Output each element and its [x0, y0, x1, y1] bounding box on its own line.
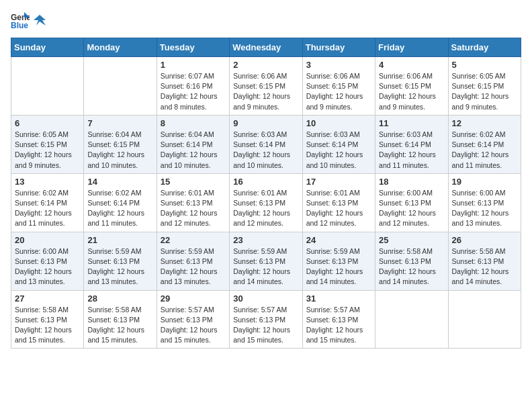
day-info: Sunrise: 6:04 AMSunset: 6:15 PMDaylight:…: [87, 130, 152, 171]
calendar-cell: 10Sunrise: 6:03 AMSunset: 6:14 PMDayligh…: [302, 115, 375, 173]
day-number: 9: [233, 118, 298, 128]
calendar-cell: [84, 57, 157, 116]
calendar-cell: 11Sunrise: 6:03 AMSunset: 6:14 PMDayligh…: [375, 115, 448, 173]
column-header-wednesday: Wednesday: [230, 38, 302, 57]
day-number: 25: [379, 235, 444, 245]
day-info: Sunrise: 6:03 AMSunset: 6:14 PMDaylight:…: [306, 130, 371, 171]
day-info: Sunrise: 6:03 AMSunset: 6:14 PMDaylight:…: [379, 130, 444, 171]
calendar-cell: 30Sunrise: 5:57 AMSunset: 6:13 PMDayligh…: [230, 290, 302, 349]
day-number: 17: [306, 177, 371, 187]
calendar-week-row: 27Sunrise: 5:58 AMSunset: 6:13 PMDayligh…: [11, 290, 521, 349]
day-info: Sunrise: 5:58 AMSunset: 6:13 PMDaylight:…: [452, 246, 517, 287]
calendar-cell: 9Sunrise: 6:03 AMSunset: 6:14 PMDaylight…: [230, 115, 302, 173]
day-number: 19: [452, 177, 517, 187]
calendar-cell: 23Sunrise: 5:59 AMSunset: 6:13 PMDayligh…: [230, 232, 302, 290]
day-info: Sunrise: 6:06 AMSunset: 6:15 PMDaylight:…: [306, 71, 371, 112]
day-number: 5: [452, 60, 517, 70]
calendar-cell: 21Sunrise: 5:59 AMSunset: 6:13 PMDayligh…: [84, 232, 157, 290]
day-number: 13: [15, 177, 80, 187]
day-info: Sunrise: 6:00 AMSunset: 6:13 PMDaylight:…: [15, 246, 80, 287]
calendar-table: SundayMondayTuesdayWednesdayThursdayFrid…: [11, 38, 521, 349]
day-number: 22: [161, 235, 226, 245]
calendar-cell: 4Sunrise: 6:06 AMSunset: 6:15 PMDaylight…: [375, 57, 448, 116]
calendar-cell: [11, 57, 84, 116]
day-info: Sunrise: 5:59 AMSunset: 6:13 PMDaylight:…: [87, 246, 152, 287]
day-info: Sunrise: 6:03 AMSunset: 6:14 PMDaylight:…: [233, 130, 298, 171]
logo: General Blue: [11, 11, 46, 30]
column-header-thursday: Thursday: [302, 38, 375, 57]
column-header-saturday: Saturday: [448, 38, 521, 57]
day-info: Sunrise: 6:06 AMSunset: 6:15 PMDaylight:…: [379, 71, 444, 112]
day-number: 31: [306, 293, 371, 304]
column-header-tuesday: Tuesday: [157, 38, 229, 57]
day-info: Sunrise: 6:02 AMSunset: 6:14 PMDaylight:…: [15, 188, 80, 229]
day-number: 4: [379, 60, 444, 70]
calendar-cell: 3Sunrise: 6:06 AMSunset: 6:15 PMDaylight…: [302, 57, 375, 116]
day-info: Sunrise: 5:58 AMSunset: 6:13 PMDaylight:…: [379, 246, 444, 287]
day-number: 27: [15, 293, 80, 304]
calendar-header-row: SundayMondayTuesdayWednesdayThursdayFrid…: [11, 38, 521, 57]
calendar-cell: 24Sunrise: 5:59 AMSunset: 6:13 PMDayligh…: [302, 232, 375, 290]
day-info: Sunrise: 6:07 AMSunset: 6:16 PMDaylight:…: [161, 71, 226, 112]
day-info: Sunrise: 6:06 AMSunset: 6:15 PMDaylight:…: [233, 71, 298, 112]
day-info: Sunrise: 6:05 AMSunset: 6:15 PMDaylight:…: [452, 71, 517, 112]
calendar-cell: 27Sunrise: 5:58 AMSunset: 6:13 PMDayligh…: [11, 290, 84, 349]
day-info: Sunrise: 5:59 AMSunset: 6:13 PMDaylight:…: [306, 246, 371, 287]
day-number: 20: [15, 235, 80, 245]
day-info: Sunrise: 6:05 AMSunset: 6:15 PMDaylight:…: [15, 130, 80, 171]
day-info: Sunrise: 6:01 AMSunset: 6:13 PMDaylight:…: [233, 188, 298, 229]
logo-icon: General Blue: [11, 11, 30, 30]
calendar-cell: 5Sunrise: 6:05 AMSunset: 6:15 PMDaylight…: [448, 57, 521, 116]
day-number: 30: [233, 293, 298, 304]
day-info: Sunrise: 6:02 AMSunset: 6:14 PMDaylight:…: [87, 188, 152, 229]
column-header-monday: Monday: [84, 38, 157, 57]
calendar-cell: 18Sunrise: 6:00 AMSunset: 6:13 PMDayligh…: [375, 173, 448, 232]
calendar-cell: 6Sunrise: 6:05 AMSunset: 6:15 PMDaylight…: [11, 115, 84, 173]
calendar-week-row: 20Sunrise: 6:00 AMSunset: 6:13 PMDayligh…: [11, 232, 521, 290]
day-number: 21: [87, 235, 152, 245]
day-number: 15: [161, 177, 226, 187]
day-number: 24: [306, 235, 371, 245]
calendar-cell: 26Sunrise: 5:58 AMSunset: 6:13 PMDayligh…: [448, 232, 521, 290]
calendar-cell: 17Sunrise: 6:01 AMSunset: 6:13 PMDayligh…: [302, 173, 375, 232]
day-info: Sunrise: 6:00 AMSunset: 6:13 PMDaylight:…: [379, 188, 444, 229]
calendar-cell: 7Sunrise: 6:04 AMSunset: 6:15 PMDaylight…: [84, 115, 157, 173]
day-info: Sunrise: 5:57 AMSunset: 6:13 PMDaylight:…: [161, 305, 226, 346]
svg-marker-3: [34, 15, 46, 26]
day-info: Sunrise: 6:04 AMSunset: 6:14 PMDaylight:…: [161, 130, 226, 171]
calendar-cell: 8Sunrise: 6:04 AMSunset: 6:14 PMDaylight…: [157, 115, 229, 173]
svg-text:Blue: Blue: [11, 21, 28, 30]
day-info: Sunrise: 5:57 AMSunset: 6:13 PMDaylight:…: [306, 305, 371, 346]
day-number: 26: [452, 235, 517, 245]
calendar-cell: 28Sunrise: 5:58 AMSunset: 6:13 PMDayligh…: [84, 290, 157, 349]
day-number: 14: [87, 177, 152, 187]
day-number: 23: [233, 235, 298, 245]
day-number: 28: [87, 293, 152, 304]
day-number: 16: [233, 177, 298, 187]
calendar-cell: 29Sunrise: 5:57 AMSunset: 6:13 PMDayligh…: [157, 290, 229, 349]
logo-bird-icon: [34, 13, 46, 27]
day-number: 12: [452, 118, 517, 128]
calendar-cell: 19Sunrise: 6:00 AMSunset: 6:13 PMDayligh…: [448, 173, 521, 232]
day-number: 6: [15, 118, 80, 128]
day-number: 3: [306, 60, 371, 70]
calendar-cell: [375, 290, 448, 349]
day-info: Sunrise: 5:58 AMSunset: 6:13 PMDaylight:…: [87, 305, 152, 346]
calendar-cell: 25Sunrise: 5:58 AMSunset: 6:13 PMDayligh…: [375, 232, 448, 290]
calendar-cell: 2Sunrise: 6:06 AMSunset: 6:15 PMDaylight…: [230, 57, 302, 116]
day-info: Sunrise: 6:01 AMSunset: 6:13 PMDaylight:…: [306, 188, 371, 229]
calendar-cell: 1Sunrise: 6:07 AMSunset: 6:16 PMDaylight…: [157, 57, 229, 116]
header: General Blue: [11, 11, 521, 30]
calendar-cell: 12Sunrise: 6:02 AMSunset: 6:14 PMDayligh…: [448, 115, 521, 173]
calendar-week-row: 13Sunrise: 6:02 AMSunset: 6:14 PMDayligh…: [11, 173, 521, 232]
day-number: 2: [233, 60, 298, 70]
day-number: 29: [161, 293, 226, 304]
day-number: 10: [306, 118, 371, 128]
day-info: Sunrise: 5:58 AMSunset: 6:13 PMDaylight:…: [15, 305, 80, 346]
day-info: Sunrise: 6:00 AMSunset: 6:13 PMDaylight:…: [452, 188, 517, 229]
day-number: 18: [379, 177, 444, 187]
column-header-friday: Friday: [375, 38, 448, 57]
day-info: Sunrise: 5:57 AMSunset: 6:13 PMDaylight:…: [233, 305, 298, 346]
calendar-week-row: 6Sunrise: 6:05 AMSunset: 6:15 PMDaylight…: [11, 115, 521, 173]
day-number: 11: [379, 118, 444, 128]
